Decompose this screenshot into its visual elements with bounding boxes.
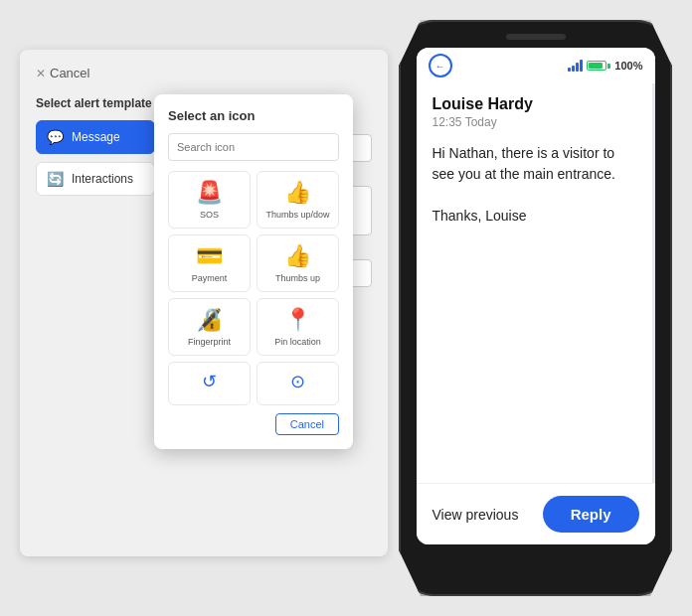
template-interactions-label: Interactions <box>72 172 133 186</box>
payment-icon: 💳 <box>196 243 223 269</box>
icon-grid: 🚨 SOS 👍 Thumbs up/dow 💳 Payment 👍 Thumbs… <box>168 171 339 405</box>
phone-message-area: Louise Hardy 12:35 Today Hi Nathan, ther… <box>417 83 655 483</box>
fingerprint-icon: 🔏 <box>196 307 223 333</box>
signal-bar-3 <box>576 63 579 72</box>
view-previous-button[interactable]: View previous <box>432 507 519 523</box>
cancel-button[interactable]: ✕ Cancel <box>36 66 89 80</box>
signal-icon <box>568 60 583 72</box>
icon-item-thumbsup[interactable]: 👍 Thumbs up <box>257 234 339 292</box>
refresh-icon: ↺ <box>202 371 217 392</box>
left-panel: Select alert template 💬 Message 🔄 Intera… <box>36 96 155 287</box>
signal-bar-1 <box>568 68 571 72</box>
sos-icon: 🚨 <box>196 180 223 206</box>
battery-percent: 100% <box>614 60 642 72</box>
icon-item-more2[interactable]: ⊙ <box>257 362 339 405</box>
reply-button[interactable]: Reply <box>543 496 639 533</box>
interactions-icon: 🔄 <box>47 171 64 187</box>
phone-device: ← 100% Louise Ha <box>399 20 672 596</box>
battery-tip <box>607 64 610 69</box>
signal-bar-2 <box>572 66 575 72</box>
icon-item-thumbsupdown[interactable]: 👍 Thumbs up/dow <box>257 171 339 229</box>
back-arrow-icon: ← <box>435 61 445 72</box>
cancel-label: Cancel <box>50 66 89 80</box>
thumbsupdown-label: Thumbs up/dow <box>265 210 329 220</box>
signal-bar-4 <box>580 60 583 72</box>
status-icons: 100% <box>568 60 642 72</box>
battery-icon <box>587 61 610 71</box>
phone-action-bar: View previous Reply <box>417 483 655 544</box>
icon-item-sos[interactable]: 🚨 SOS <box>168 171 251 229</box>
template-message-btn[interactable]: 💬 Message <box>36 120 155 154</box>
settings-icon: ⊙ <box>290 371 305 392</box>
scroll-bar[interactable] <box>652 83 655 483</box>
modal-title: Select an icon <box>168 108 339 123</box>
icon-item-fingerprint[interactable]: 🔏 Fingerprint <box>168 298 251 356</box>
battery-body <box>587 61 606 71</box>
message-sender: Louise Hardy <box>432 95 639 113</box>
thumbsup-icon: 👍 <box>284 243 311 269</box>
pinlocation-label: Pin location <box>274 337 321 347</box>
modal-cancel-button[interactable]: Cancel <box>275 413 339 435</box>
battery-fill <box>589 63 603 69</box>
message-icon: 💬 <box>47 129 64 145</box>
close-icon: ✕ <box>36 67 46 80</box>
panel-top-bar: ✕ Cancel <box>36 66 372 80</box>
fingerprint-label: Fingerprint <box>188 337 231 347</box>
phone-screen: ← 100% Louise Ha <box>417 48 655 544</box>
icon-picker-modal: Select an icon 🚨 SOS 👍 Thumbs up/dow 💳 P… <box>154 94 353 449</box>
icon-item-pinlocation[interactable]: 📍 Pin location <box>257 298 339 356</box>
icon-search-input[interactable] <box>168 133 339 161</box>
template-message-label: Message <box>72 130 120 144</box>
thumbsup-label: Thumbs up <box>275 273 320 283</box>
icon-item-payment[interactable]: 💳 Payment <box>168 234 251 292</box>
left-panel-title: Select alert template <box>36 96 155 110</box>
template-interactions-btn[interactable]: 🔄 Interactions <box>36 162 155 196</box>
message-time: 12:35 Today <box>432 115 639 129</box>
message-body: Hi Nathan, there is a visitor to see you… <box>432 143 639 227</box>
phone-status-bar: ← 100% <box>417 48 655 83</box>
pinlocation-icon: 📍 <box>284 307 311 333</box>
payment-label: Payment <box>192 273 228 283</box>
icon-item-more1[interactable]: ↺ <box>168 362 251 405</box>
phone-speaker <box>506 34 566 40</box>
thumbsupdown-icon: 👍 <box>284 180 311 206</box>
sos-label: SOS <box>200 210 219 220</box>
back-button[interactable]: ← <box>429 54 452 77</box>
